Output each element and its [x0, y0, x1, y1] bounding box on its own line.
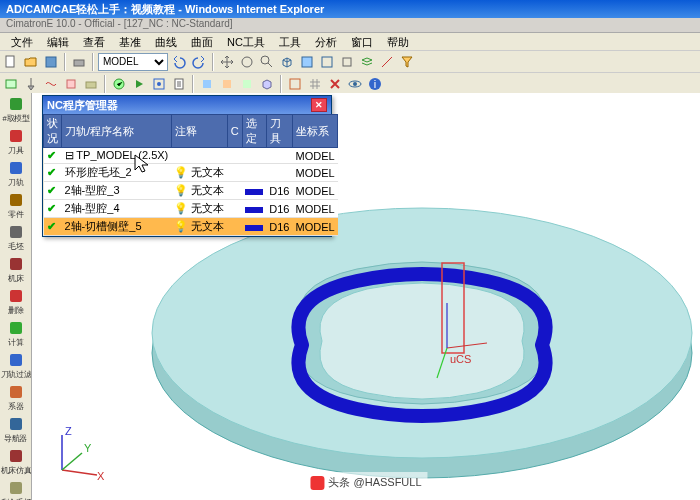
svg-text:X: X [97, 470, 105, 482]
leftbar-item[interactable]: 机床仿真 [2, 447, 30, 478]
nc-verify-icon[interactable] [150, 75, 168, 93]
nc-sim-icon[interactable] [130, 75, 148, 93]
ncmgr-row[interactable]: ✔ 2轴-型腔_4 💡 无文本 D16 MODEL [44, 200, 338, 218]
grid-icon[interactable] [306, 75, 324, 93]
svg-rect-32 [10, 386, 22, 398]
svg-rect-9 [67, 80, 75, 88]
filter-icon[interactable] [398, 53, 416, 71]
svg-point-20 [353, 82, 357, 86]
wire-icon[interactable] [318, 53, 336, 71]
menu-help[interactable]: 帮助 [380, 33, 416, 50]
nc-tool-icon[interactable] [22, 75, 40, 93]
leftbar-item[interactable]: 删除 [2, 287, 30, 318]
new-icon[interactable] [2, 53, 20, 71]
leftbar-label: 机床 [8, 273, 23, 284]
leftbar-item[interactable]: 系器 [2, 383, 30, 414]
undo-icon[interactable] [170, 53, 188, 71]
print-icon[interactable] [70, 53, 88, 71]
menu-surface[interactable]: 曲面 [184, 33, 220, 50]
toolbar-2: i [0, 73, 700, 95]
model-select[interactable]: MODEL [98, 53, 168, 71]
bulb-icon[interactable]: 💡 [174, 166, 188, 178]
leftbar-icon [8, 352, 24, 368]
ncmgr-col[interactable]: 坐标系 [292, 115, 337, 148]
ncmgr-col[interactable]: 选定 [242, 115, 266, 148]
ncmgr-row[interactable]: ✔ 2轴-切槽侧壁_5 💡 无文本 D16 MODEL [44, 218, 338, 236]
menu-datum[interactable]: 基准 [112, 33, 148, 50]
redo-icon[interactable] [190, 53, 208, 71]
menu-curve[interactable]: 曲线 [148, 33, 184, 50]
divider [212, 53, 214, 71]
bulb-icon[interactable]: 💡 [174, 220, 188, 232]
menu-view[interactable]: 查看 [76, 33, 112, 50]
left-toolbar: #取模型刀具刀轨零件毛坯机床删除计算刀轨过滤系器导航器机床仿真剩余毛坯刀轨编辑后… [0, 93, 32, 500]
menu-window[interactable]: 窗口 [344, 33, 380, 50]
leftbar-item[interactable]: 剩余毛坯 [2, 479, 30, 500]
leftbar-item[interactable]: 零件 [2, 191, 30, 222]
leftbar-item[interactable]: 刀具 [2, 127, 30, 158]
leftbar-item[interactable]: 刀轨过滤 [2, 351, 30, 382]
bulb-icon[interactable]: 💡 [174, 184, 188, 196]
layer-icon[interactable] [358, 53, 376, 71]
menu-nctool[interactable]: NC工具 [220, 33, 272, 50]
open-icon[interactable] [22, 53, 40, 71]
view-side-icon[interactable] [238, 75, 256, 93]
fit-icon[interactable] [338, 53, 356, 71]
leftbar-icon [8, 480, 24, 496]
expand-icon[interactable]: ⊟ [65, 149, 74, 161]
box-icon[interactable] [286, 75, 304, 93]
app-subtitle: CimatronE 10.0 - Official - [127_NC : NC… [0, 18, 700, 33]
nc-post-icon[interactable] [170, 75, 188, 93]
leftbar-item[interactable]: 计算 [2, 319, 30, 350]
leftbar-item[interactable]: 刀轨 [2, 159, 30, 190]
ncmgr-row[interactable]: ✔ ⊟ TP_MODEL (2.5X) MODEL [44, 148, 338, 164]
leftbar-label: 毛坯 [8, 241, 23, 252]
measure-icon[interactable] [378, 53, 396, 71]
close-icon[interactable]: ✕ [311, 98, 327, 112]
svg-point-3 [242, 57, 252, 67]
nc-load-icon[interactable] [2, 75, 20, 93]
divider [104, 75, 106, 93]
nc-stock-icon[interactable] [82, 75, 100, 93]
view-front-icon[interactable] [218, 75, 236, 93]
ncmgr-col[interactable]: C [227, 115, 242, 148]
zoom-icon[interactable] [258, 53, 276, 71]
eye-icon[interactable] [346, 75, 364, 93]
nc-part-icon[interactable] [62, 75, 80, 93]
ncmgr-row[interactable]: ✔ 2轴-型腔_3 💡 无文本 D16 MODEL [44, 182, 338, 200]
leftbar-item[interactable]: 导航器 [2, 415, 30, 446]
ncmgr-col[interactable]: 状况 [44, 115, 62, 148]
view-iso-icon[interactable] [258, 75, 276, 93]
svg-rect-16 [223, 80, 231, 88]
ncmgr-table: 状况刀轨/程序名称注释C选定刀具坐标系 ✔ ⊟ TP_MODEL (2.5X) … [43, 114, 338, 236]
pan-icon[interactable] [218, 53, 236, 71]
menu-file[interactable]: 文件 [4, 33, 40, 50]
nc-program-manager[interactable]: NC程序管理器 ✕ 状况刀轨/程序名称注释C选定刀具坐标系 ✔ ⊟ TP_MOD… [42, 95, 332, 237]
leftbar-icon [8, 416, 24, 432]
view-top-icon[interactable] [198, 75, 216, 93]
info-icon[interactable]: i [366, 75, 384, 93]
ncmgr-col[interactable]: 注释 [171, 115, 227, 148]
ncmgr-col[interactable]: 刀轨/程序名称 [62, 115, 172, 148]
leftbar-item[interactable]: 机床 [2, 255, 30, 286]
save-icon[interactable] [42, 53, 60, 71]
leftbar-item[interactable]: 毛坯 [2, 223, 30, 254]
ncmgr-col[interactable]: 刀具 [266, 115, 292, 148]
shade-icon[interactable] [298, 53, 316, 71]
nc-path-icon[interactable] [42, 75, 60, 93]
svg-rect-8 [6, 80, 16, 88]
rotate-icon[interactable] [238, 53, 256, 71]
divider [92, 53, 94, 71]
bulb-icon[interactable]: 💡 [174, 202, 188, 214]
viewport-3d[interactable]: NC程序管理器 ✕ 状况刀轨/程序名称注释C选定刀具坐标系 ✔ ⊟ TP_MOD… [32, 93, 700, 500]
menu-tools[interactable]: 工具 [272, 33, 308, 50]
menu-edit[interactable]: 编辑 [40, 33, 76, 50]
del-icon[interactable] [326, 75, 344, 93]
leftbar-icon [8, 384, 24, 400]
menu-analyze[interactable]: 分析 [308, 33, 344, 50]
ncmgr-titlebar[interactable]: NC程序管理器 ✕ [43, 96, 331, 114]
ncmgr-row[interactable]: ✔ 环形腔毛坯_2 💡 无文本 MODEL [44, 164, 338, 182]
cube-icon[interactable] [278, 53, 296, 71]
leftbar-item[interactable]: #取模型 [2, 95, 30, 126]
nc-calc-icon[interactable] [110, 75, 128, 93]
